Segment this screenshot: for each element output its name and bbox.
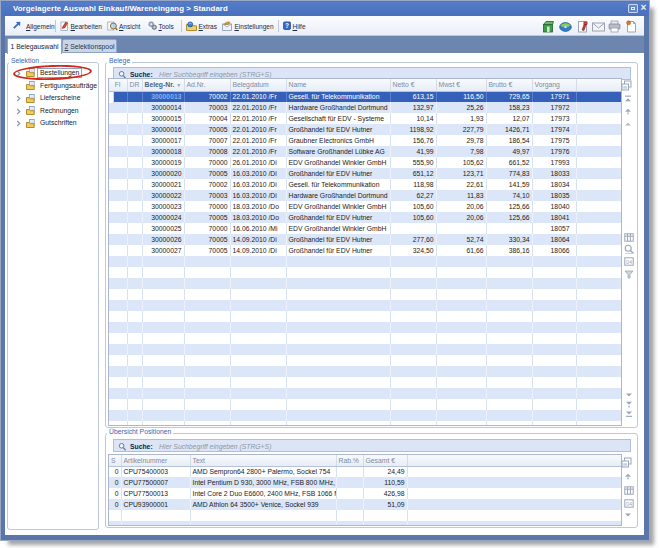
svg-text:04: 04: [626, 501, 632, 507]
svg-text:04: 04: [626, 259, 632, 265]
svg-text:?: ?: [285, 22, 289, 29]
